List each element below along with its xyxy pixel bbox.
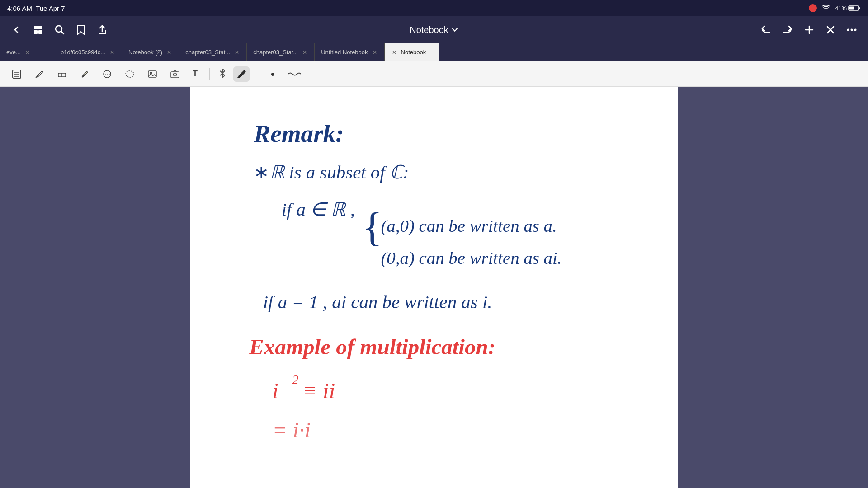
svg-text:if a = 1 ,    ai can be writte: if a = 1 , ai can be written as i. — [263, 292, 492, 312]
notebook-page[interactable]: Remark: ∗ ℝ is a subset of ℂ: if a ∈ ℝ ,… — [190, 87, 678, 488]
svg-text:if a ∈ ℝ ,: if a ∈ ℝ , — [282, 199, 355, 220]
nav-center: Notebook — [410, 25, 458, 35]
svg-point-8 — [847, 29, 849, 31]
main-content: Remark: ∗ ℝ is a subset of ℂ: if a ∈ ℝ ,… — [0, 87, 868, 488]
text-tool-button[interactable]: T — [190, 66, 200, 81]
tab-close-eve[interactable]: ✕ — [24, 48, 31, 56]
close-button[interactable] — [824, 23, 837, 37]
svg-rect-3 — [34, 26, 38, 29]
tab-chapter03-1[interactable]: chapter03_Stat... ✕ — [179, 43, 247, 61]
record-button[interactable] — [809, 4, 817, 12]
toolbar-separator — [209, 68, 210, 80]
search-button[interactable] — [52, 23, 67, 37]
shapes-tool-button[interactable] — [99, 66, 115, 82]
svg-text:i: i — [272, 378, 278, 403]
tab-untitled[interactable]: Untitled Notebook ✕ — [315, 43, 384, 61]
svg-point-15 — [126, 71, 134, 77]
share-button[interactable] — [95, 23, 109, 37]
lasso-tool-button[interactable] — [122, 66, 137, 82]
redo-button[interactable] — [780, 23, 795, 37]
svg-rect-11 — [13, 70, 21, 78]
toolbar: T • — [0, 61, 868, 87]
svg-rect-4 — [38, 26, 42, 29]
tab-close-notebook2[interactable]: ✕ — [166, 48, 172, 56]
date-display: Tue Apr 7 — [36, 5, 65, 12]
wave-tool-button[interactable] — [284, 68, 303, 80]
active-pen-button[interactable] — [233, 66, 250, 82]
status-right: 41% — [809, 4, 861, 12]
svg-text:(0,a) can be written as ai.: (0,a) can be written as ai. — [381, 248, 561, 268]
more-options-button[interactable] — [844, 26, 859, 33]
wifi-icon — [821, 5, 830, 12]
dot-tool-button[interactable]: • — [268, 65, 277, 83]
status-bar: 4:06 AM Tue Apr 7 41% — [0, 0, 868, 16]
select-tool-button[interactable] — [9, 66, 24, 82]
battery-percentage: 41% — [835, 5, 847, 12]
svg-text:Remark:: Remark: — [253, 120, 344, 147]
nav-right — [759, 23, 859, 37]
svg-text:= i·i: = i·i — [272, 418, 311, 442]
tabs-bar: eve... ✕ b1df0c05c994c... ✕ Notebook (2)… — [0, 43, 868, 61]
svg-rect-12 — [58, 73, 66, 77]
svg-point-10 — [854, 29, 857, 31]
camera-tool-button[interactable] — [167, 66, 183, 82]
tab-b1df[interactable]: b1df0c05c994c... ✕ — [54, 43, 122, 61]
svg-text:ℝ is a subset of ℂ:: ℝ is a subset of ℂ: — [270, 162, 409, 183]
grid-view-button[interactable] — [31, 23, 45, 37]
add-button[interactable] — [802, 23, 816, 37]
battery-indicator: 41% — [835, 5, 861, 12]
nav-bar: Notebook — [0, 16, 868, 43]
svg-text:≡  ii: ≡ ii — [302, 378, 335, 403]
svg-point-19 — [174, 73, 177, 76]
tab-eve[interactable]: eve... ✕ — [0, 43, 54, 61]
tab-close-untitled[interactable]: ✕ — [372, 48, 378, 56]
undo-button[interactable] — [759, 23, 773, 37]
marker-tool-button[interactable] — [77, 66, 92, 82]
tab-notebook2[interactable]: Notebook (2) ✕ — [122, 43, 179, 61]
pen-tool-button[interactable] — [32, 66, 47, 82]
svg-rect-5 — [34, 30, 38, 34]
status-left: 4:06 AM Tue Apr 7 — [7, 5, 65, 12]
handwritten-content: Remark: ∗ ℝ is a subset of ℂ: if a ∈ ℝ ,… — [226, 109, 642, 488]
notebook-title: Notebook — [410, 25, 458, 35]
svg-text:Example of multiplication:: Example of multiplication: — [249, 334, 495, 359]
svg-rect-2 — [849, 7, 854, 10]
tab-close-b1df[interactable]: ✕ — [109, 48, 115, 56]
tab-chapter03-2[interactable]: chapter03_Stat... ✕ — [247, 43, 315, 61]
svg-rect-16 — [148, 71, 156, 77]
tab-close-notebook-active[interactable]: ✕ — [391, 48, 397, 56]
svg-text:(a,0) can be written as a.: (a,0) can be written as a. — [381, 216, 557, 236]
svg-text:{: { — [363, 204, 382, 250]
tab-notebook-active[interactable]: ✕ Notebook — [385, 43, 439, 61]
back-button[interactable] — [9, 23, 24, 37]
eraser-tool-button[interactable] — [54, 66, 70, 82]
nav-left — [9, 23, 109, 37]
toolbar-separator-2 — [259, 68, 259, 80]
tab-close-chapter03-1[interactable]: ✕ — [234, 48, 240, 56]
bluetooth-icon — [219, 69, 226, 80]
svg-point-9 — [851, 29, 853, 31]
untitled-notebook-tab-label: Untitled Notebook — [321, 49, 368, 56]
image-tool-button[interactable] — [145, 66, 160, 82]
svg-rect-6 — [38, 30, 42, 34]
svg-text:∗: ∗ — [254, 162, 269, 183]
svg-text:2: 2 — [292, 372, 298, 387]
time-display: 4:06 AM — [7, 5, 32, 12]
svg-rect-1 — [859, 7, 860, 9]
math-content: Remark: ∗ ℝ is a subset of ℂ: if a ∈ ℝ ,… — [226, 109, 642, 488]
tab-close-chapter03-2[interactable]: ✕ — [302, 48, 308, 56]
bookmark-button[interactable] — [74, 23, 88, 37]
